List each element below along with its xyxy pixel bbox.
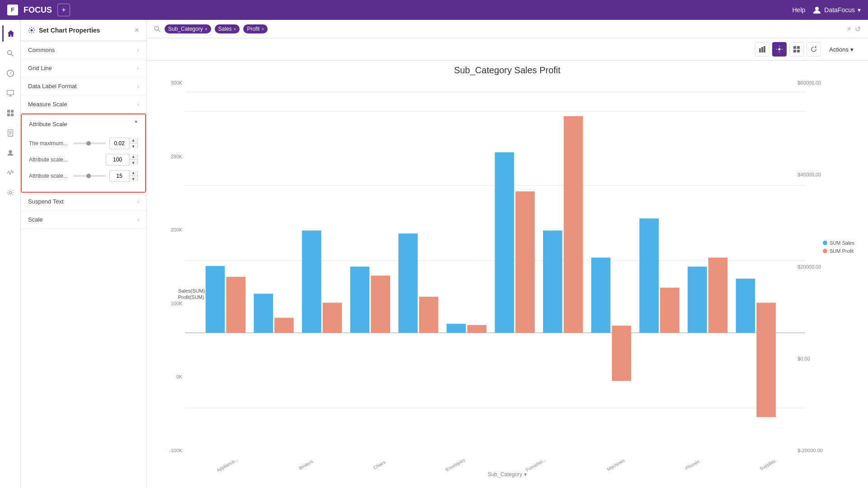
sidebar-item-search[interactable] [2,45,19,62]
panel-item-scale[interactable]: Scale › [21,211,146,229]
bar-appliance-profit [226,277,245,333]
actions-button[interactable]: Actions ▾ [824,43,859,56]
x-label-binders: Binders [298,459,314,471]
chart-area: Sub_Category Sales Profit 300K 280K 200K… [146,61,868,488]
search-input[interactable] [271,26,843,33]
panel-item-grid-line[interactable]: Grid Line › [21,59,146,77]
attr1-increment[interactable]: ▲ [129,154,137,160]
search-bar: Sub_Category × Sales × Profit × × ↺ [146,20,868,38]
user-dropdown-icon: ▾ [858,6,861,14]
document-icon [6,129,14,137]
bar-g8-profit [564,116,583,333]
x-axis-title: Sub_Category ▾ [488,471,527,478]
bar-g11-profit [708,258,728,333]
attr1-input[interactable] [106,156,129,163]
svg-line-2 [11,54,13,57]
attr2-input[interactable] [110,173,129,179]
maximum-decrement[interactable]: ▼ [129,143,137,149]
bar-binders-sales [302,231,321,333]
maximum-slider[interactable] [73,142,106,144]
attribute-scale-header[interactable]: Attribute Scale ˅ [22,114,145,134]
bar-g8-sales [543,231,562,333]
sidebar-item-user[interactable] [2,145,19,161]
svg-rect-28 [797,50,800,52]
search-clear-button[interactable]: × [847,25,851,33]
settings-icon [6,189,14,197]
panel-close-button[interactable]: × [135,26,139,34]
tag-profit-close[interactable]: × [261,27,264,32]
sidebar-item-grid[interactable] [2,105,19,121]
tag-sub-category[interactable]: Sub_Category × [165,24,211,33]
bar-phones-sales [639,218,659,333]
sidebar-item-settings[interactable] [2,185,19,201]
y-label-100k: 100K [171,301,183,306]
scale-row-attr2: Attribute scale... ▲ ▼ [29,170,138,182]
legend-label-profit: SUM Profit [830,248,854,254]
toolbar-grid-button[interactable] [789,42,804,57]
bar-furnishings-profit [515,191,535,333]
sidebar-item-help[interactable]: ? [2,65,19,81]
attr2-slider-thumb [86,174,91,178]
svg-rect-25 [793,46,796,49]
icon-sidebar: ? [0,20,21,488]
tag-sub-category-close[interactable]: × [205,27,208,32]
topnav-left: F FOCUS + [7,4,70,16]
chart-legend: SUM Sales SUM Profit [823,240,854,254]
sidebar-item-monitor[interactable] [2,85,19,101]
sidebar-item-home[interactable] [2,25,19,42]
attr2-slider[interactable] [73,175,106,177]
suspend-text-label: Suspend Text [28,198,64,205]
toolbar-refresh-button[interactable] [807,42,821,57]
y-label-200k: 200K [171,227,183,232]
tag-profit[interactable]: Profit × [243,24,268,33]
panel-item-commons[interactable]: Commons › [21,41,146,59]
activity-icon [6,169,14,177]
question-icon: ? [6,69,14,77]
attr1-decrement[interactable]: ▼ [129,160,137,166]
bar-chairs-profit [371,275,390,332]
scale-row-maximum: The maximum... ▲ ▼ [29,137,138,149]
bar-supplies-profit [756,303,776,333]
help-link[interactable]: Help [793,6,806,14]
svg-text:?: ? [9,71,11,76]
panel-item-measure-scale[interactable]: Measure Scale › [21,95,146,114]
maximum-input[interactable] [110,140,129,147]
search-refresh-button[interactable]: ↺ [855,25,861,33]
user-icon [6,149,14,157]
panel-item-suspend-text[interactable]: Suspend Text › [21,193,146,211]
sidebar-item-activity[interactable] [2,165,19,181]
y-label-neg100k: -100K [169,448,182,453]
maximum-increment[interactable]: ▲ [129,137,137,143]
x-label-phones: Phones [684,459,700,471]
svg-rect-26 [797,46,800,49]
measure-scale-label: Measure Scale [28,101,67,108]
grid-line-arrow: › [137,65,139,71]
attr2-decrement[interactable]: ▼ [129,176,137,182]
tag-sales-close[interactable]: × [234,27,236,32]
panel-header: Set Chart Properties × [21,20,146,41]
add-tab-button[interactable]: + [57,4,70,16]
sidebar-item-document[interactable] [2,125,19,141]
toolbar-grid-icon [793,46,800,53]
maximum-input-wrapper: ▲ ▼ [109,137,138,149]
chart-container: 300K 280K 200K 100K 0K -100K Sales(SUM) … [156,80,859,480]
user-label: DataFocus [824,6,855,14]
commons-label: Commons [28,47,55,53]
toolbar-settings-button[interactable] [772,42,787,57]
x-axis-title-label: Sub_Category [488,471,523,478]
attr2-increment[interactable]: ▲ [129,170,137,176]
toolbar-chart-view-button[interactable] [755,42,769,57]
svg-point-19 [155,26,159,30]
x-axis-title-chevron: ▾ [524,471,527,478]
grid-line-label: Grid Line [28,65,52,71]
app-logo[interactable]: F [7,5,18,15]
panel-settings-icon [28,27,35,34]
panel-item-data-label-format[interactable]: Data Label Format › [21,77,146,95]
user-menu[interactable]: DataFocus ▾ [812,5,861,14]
svg-rect-11 [10,114,13,116]
bar-g2-sales [254,294,273,332]
topnav-right: Help DataFocus ▾ [793,5,861,14]
x-label-furnishings: Furnishin... [525,457,547,473]
grid-icon [6,109,14,117]
tag-sales[interactable]: Sales × [215,24,240,33]
